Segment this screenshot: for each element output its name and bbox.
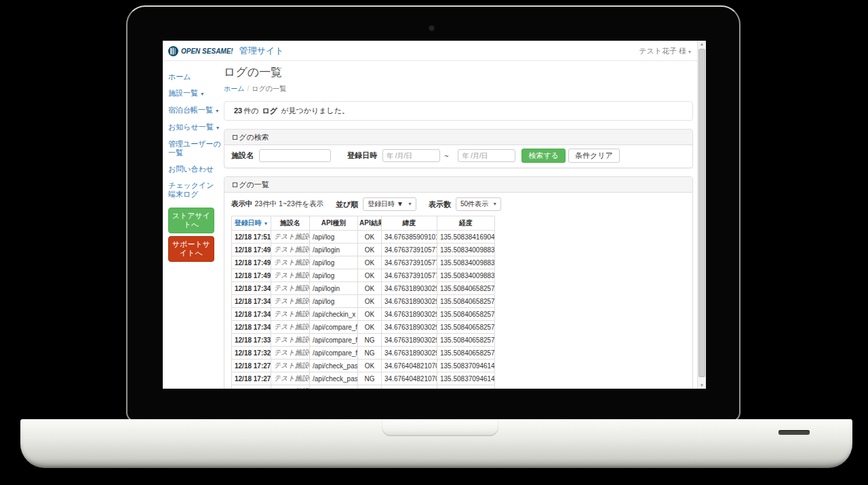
sidebar-item[interactable]: チェックイン端末ログ [168,181,221,199]
cell-result: OK [358,231,382,244]
user-dropdown[interactable]: テスト花子 様▾ [639,41,691,61]
per-page-value: 50件表示 [460,200,488,208]
sort-by-datetime-link[interactable]: 登録日時 ▼ [235,219,269,227]
table-row: 12/18 17:27テスト施設04/api/check_passport_xO… [232,360,495,372]
table-row: 12/18 17:51テスト施設04/api/logOK34.676385909… [232,231,495,244]
brand[interactable]: OPEN SESAME! 管理サイト [168,41,284,61]
cell-datetime: 12/18 17:27 [232,372,271,385]
browser-viewport: OPEN SESAME! 管理サイト テスト花子 様▾ ホーム施設一覧 ▾宿泊台… [163,41,706,389]
search-button[interactable]: 検索する [521,149,566,163]
clear-conditions-button[interactable]: 条件クリア [568,149,620,163]
cell-lng: 135.5083400988317 [437,269,495,282]
per-page-select[interactable]: 50件表示 ▼ [456,197,501,211]
sidebar-item[interactable]: ホーム [168,73,221,81]
sidebar-item[interactable]: お知らせ一覧 ▾ [168,123,221,132]
cell-lng: 135.50840658257727 [437,295,495,308]
cell-lat: 34.676373910577354 [382,269,437,282]
support-site-button[interactable]: サポートサイトへ [168,236,214,262]
sidebar-item[interactable]: 宿泊台帳一覧 ▾ [168,106,221,115]
cell-api: /api/check_passport_x [310,385,358,389]
log-list-panel: ログの一覧 表示中23件中 1~23件を表示 並び順 登録日時 ▼ ▼ 表示数 [224,176,693,389]
table-row: 12/18 17:33テスト施設04/api/compare_face_xNG3… [232,334,495,347]
list-controls: 表示中23件中 1~23件を表示 並び順 登録日時 ▼ ▼ 表示数 50件表示 … [231,196,686,211]
page-title: ログの一覧 [224,64,693,80]
cell-result: NG [358,347,382,360]
breadcrumb-home-link[interactable]: ホーム [224,85,244,92]
table-row: 12/18 17:32テスト施設04/api/compare_face_xNG3… [232,347,495,360]
header-api-type: API種別 [310,216,358,231]
cell-api: /api/log [310,295,358,308]
table-row: 12/18 17:34テスト施設04/api/logOK34.676318903… [232,295,495,308]
results-summary-text: 23件中 1~23件を表示 [255,199,324,208]
cell-facility: テスト施設04 [271,269,310,282]
cell-lat: 34.67631890302966 [382,321,437,334]
cell-lng: 135.5083709461484 [437,360,495,372]
table-row: 12/18 17:34テスト施設04/api/compare_face_xOK3… [232,321,495,334]
search-panel-title: ログの検索 [224,130,692,145]
sidebar-item[interactable]: お問い合わせ [168,165,221,174]
alert-tail: が見つかりました。 [281,106,349,115]
alert-mid: 件の [243,106,258,115]
cell-facility: テスト施設04 [271,295,310,308]
cell-facility: テスト施設04 [271,360,310,372]
vertical-scrollbar[interactable]: ▲ ▼ [697,41,706,389]
table-header-row: 登録日時 ▼ 施設名 API種別 API結果 緯度 経度 [232,216,495,231]
alert-count: 23 [234,106,242,115]
cell-result: OK [358,256,382,269]
log-list-panel-body: 表示中23件中 1~23件を表示 並び順 登録日時 ▼ ▼ 表示数 50件表示 … [224,193,692,389]
cell-lat: 34.67631890302966 [382,334,437,347]
breadcrumb: ホーム/ログの一覧 [224,84,693,94]
cell-lng: 135.5083400988317 [437,256,495,269]
chevron-down-icon: ▼ [408,198,412,210]
cell-lng: 135.5083709461484 [437,372,495,385]
scroll-down-icon[interactable]: ▼ [698,383,706,387]
result-count-alert: 23件の ログ が見つかりました。 [224,101,693,121]
cell-api: /api/login [310,282,358,295]
cell-lng: 135.5083400988317 [437,244,495,256]
cell-lng: 135.50840658257727 [437,347,495,360]
scroll-up-icon[interactable]: ▲ [698,42,706,46]
main-content: ログの一覧 ホーム/ログの一覧 23件の ログ が見つかりました。 ログの検索 … [224,61,693,389]
cell-lat: 34.676373910577354 [382,244,437,256]
cell-datetime: 12/18 17:51 [232,231,271,244]
cell-datetime: 12/18 17:49 [232,256,271,269]
sort-order-select[interactable]: 登録日時 ▼ ▼ [363,197,416,211]
cell-api: /api/checkin_x [310,308,358,321]
sort-desc-icon: ▼ [263,221,268,226]
laptop-base [20,419,852,468]
breadcrumb-current: ログの一覧 [252,85,286,92]
chevron-down-icon: ▾ [214,108,218,114]
header-latitude: 緯度 [382,216,437,231]
table-row: 12/18 17:34テスト施設04/api/checkin_xOK34.676… [232,308,495,321]
cell-lng: 135.50840658257727 [437,334,495,347]
table-row: 12/18 17:49テスト施設04/api/loginOK34.6763739… [232,244,495,256]
cell-facility: テスト施設04 [271,244,310,256]
cell-api: /api/compare_face_x [310,321,358,334]
facility-input[interactable] [259,149,331,162]
store-site-button[interactable]: ストアサイトへ [168,208,214,233]
sidebar-item[interactable]: 管理ユーザーの一覧 [168,140,221,157]
log-list-panel-title: ログの一覧 [224,177,692,193]
search-panel-body: 施設名 登録日時 ~ 検索する 条件クリア [224,145,692,168]
chevron-down-icon: ▾ [199,91,203,97]
cell-result: NG [358,334,382,347]
cell-lat: 34.67640482107085 [382,372,437,385]
chevron-down-icon: ▼ [492,198,497,210]
cell-result: OK [358,295,382,308]
cell-facility: テスト施設04 [271,347,310,360]
cell-datetime: 12/18 17:33 [232,334,271,347]
sidebar-item[interactable]: 施設一覧 ▾ [168,89,221,98]
cell-lng: 135.5083841690456 [437,231,495,244]
cell-lat: 34.67631890302966 [382,295,437,308]
cell-facility: テスト施設04 [271,256,310,269]
date-range-separator: ~ [444,152,448,160]
cell-facility: テスト施設04 [271,372,310,385]
date-from-input[interactable] [382,149,440,162]
cell-lng: 135.50840658257727 [437,308,495,321]
log-table: 登録日時 ▼ 施設名 API種別 API結果 緯度 経度 12/18 17:51… [231,216,495,389]
scrollbar-thumb[interactable] [698,49,705,377]
date-to-input[interactable] [458,149,515,162]
cell-datetime: 12/18 17:27 [232,360,271,372]
cell-datetime: 12/18 17:34 [232,321,271,334]
breadcrumb-separator: / [247,85,249,92]
